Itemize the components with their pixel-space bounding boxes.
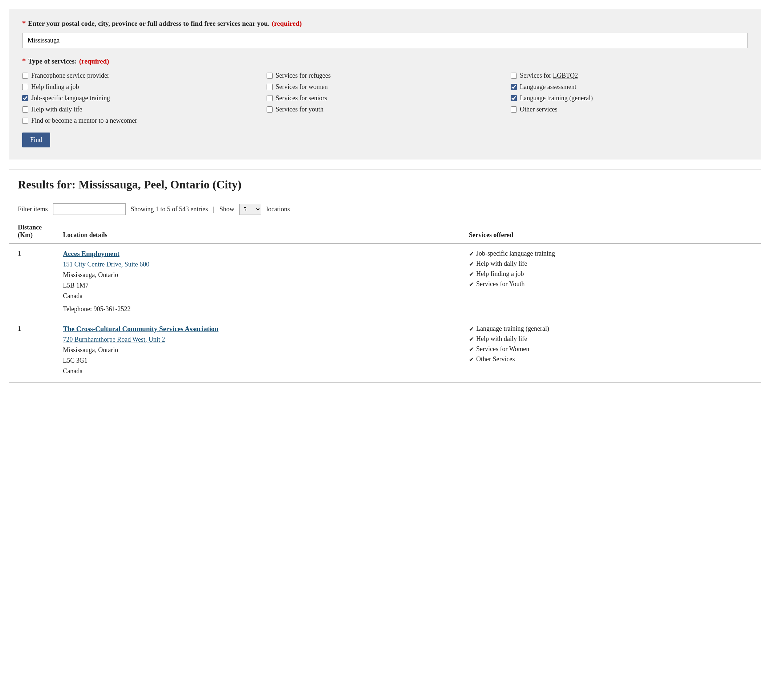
- service-label: Other Services: [476, 356, 514, 363]
- checkbox-cb_job_lang[interactable]: [22, 95, 28, 101]
- service-item: ✔Other Services: [469, 356, 752, 364]
- checkmark-icon: ✔: [469, 260, 474, 268]
- cell-location-0: Acces Employment151 City Centre Drive, S…: [54, 244, 460, 319]
- locations-label: locations: [266, 205, 290, 213]
- checkbox-label-cb_francophone: Francophone service provider: [31, 72, 109, 79]
- checkbox-item-cb_refugees[interactable]: Services for refugees: [267, 72, 504, 79]
- checkbox-label-cb_seniors: Services for seniors: [276, 94, 327, 102]
- find-button[interactable]: Find: [22, 133, 50, 147]
- checkbox-item-cb_francophone[interactable]: Francophone service provider: [22, 72, 259, 79]
- checkbox-label-cb_lgbtq2: Services for LGBTQ2: [520, 72, 578, 79]
- checkbox-cb_mentor[interactable]: [22, 118, 28, 124]
- results-title: Results for: Mississauga, Peel, Ontario …: [9, 170, 761, 198]
- results-section: Results for: Mississauga, Peel, Ontario …: [9, 170, 761, 390]
- service-item: ✔Services for Youth: [469, 280, 752, 288]
- checkmark-icon: ✔: [469, 335, 474, 343]
- showing-text: Showing 1 to 5 of 543 entries: [131, 205, 208, 213]
- checkbox-cb_refugees[interactable]: [267, 73, 273, 79]
- checkbox-cb_lang_assessment[interactable]: [511, 84, 517, 90]
- checkbox-label-cb_refugees: Services for refugees: [276, 72, 331, 79]
- checkbox-label-cb_women: Services for women: [276, 83, 328, 91]
- checkbox-label-cb_lang_assessment: Language assessment: [520, 83, 576, 91]
- location-label-text: Enter your postal code, city, province o…: [28, 19, 270, 27]
- checkbox-cb_women[interactable]: [267, 84, 273, 90]
- checkbox-label-cb_other: Other services: [520, 106, 557, 113]
- col-header-location: Location details: [54, 220, 460, 244]
- checkmark-icon: ✔: [469, 270, 474, 278]
- checkbox-item-cb_youth[interactable]: Services for youth: [267, 106, 504, 113]
- service-label: Help with daily life: [476, 335, 527, 343]
- checkbox-label-cb_youth: Services for youth: [276, 106, 324, 113]
- location-city-0: Mississauga, OntarioL5B 1M7Canada: [63, 270, 451, 301]
- checkbox-cb_youth[interactable]: [267, 107, 273, 113]
- location-name-0[interactable]: Acces Employment: [63, 250, 120, 258]
- checkbox-item-cb_daily_life[interactable]: Help with daily life: [22, 106, 259, 113]
- checkbox-item-cb_help_job[interactable]: Help finding a job: [22, 83, 259, 91]
- service-item: ✔Services for Women: [469, 345, 752, 353]
- table-wrapper: Distance(Km) Location details Services o…: [9, 220, 761, 390]
- pipe-separator: |: [213, 205, 215, 213]
- col-header-distance: Distance(Km): [9, 220, 54, 244]
- service-item: ✔Help finding a job: [469, 270, 752, 278]
- results-table: Distance(Km) Location details Services o…: [9, 220, 761, 383]
- required-star-location: *: [22, 19, 26, 27]
- service-label: Help with daily life: [476, 260, 527, 268]
- checkbox-cb_help_job[interactable]: [22, 84, 28, 90]
- required-star-services: *: [22, 57, 26, 65]
- cell-location-1: The Cross-Cultural Community Services As…: [54, 319, 460, 382]
- checkbox-item-cb_job_lang[interactable]: Job-specific language training: [22, 94, 259, 102]
- checkmark-icon: ✔: [469, 281, 474, 288]
- checkbox-cb_francophone[interactable]: [22, 73, 28, 79]
- table-row: 1Acces Employment151 City Centre Drive, …: [9, 244, 761, 319]
- checkbox-item-cb_lgbtq2[interactable]: Services for LGBTQ2: [511, 72, 748, 79]
- service-item: ✔Language training (general): [469, 325, 752, 333]
- checkbox-item-cb_women[interactable]: Services for women: [267, 83, 504, 91]
- checkbox-item-cb_lang_assessment[interactable]: Language assessment: [511, 83, 748, 91]
- location-required-text: (required): [272, 19, 302, 27]
- cell-services-1: ✔Language training (general)✔Help with d…: [460, 319, 761, 382]
- service-item: ✔Help with daily life: [469, 260, 752, 268]
- filter-label: Filter items: [18, 205, 48, 213]
- location-input[interactable]: [22, 33, 748, 48]
- filter-row: Filter items Showing 1 to 5 of 543 entri…: [9, 198, 761, 220]
- services-label: * Type of services: (required): [22, 57, 748, 65]
- checkbox-cb_other[interactable]: [511, 107, 517, 113]
- cell-distance-1: 1: [9, 319, 54, 382]
- filter-input[interactable]: [53, 203, 126, 215]
- col-header-services: Services offered: [460, 220, 761, 244]
- service-label: Language training (general): [476, 325, 549, 333]
- checkbox-cb_seniors[interactable]: [267, 95, 273, 101]
- location-address-1[interactable]: 720 Burnhamthorpe Road West, Unit 2: [63, 336, 165, 343]
- cell-services-0: ✔Job-specific language training✔Help wit…: [460, 244, 761, 319]
- show-select[interactable]: 5102550100: [239, 204, 261, 215]
- checkbox-label-cb_mentor: Find or become a mentor to a newcomer: [31, 117, 137, 124]
- checkmark-icon: ✔: [469, 346, 474, 353]
- services-required-text: (required): [79, 57, 109, 65]
- checkbox-item-cb_other[interactable]: Other services: [511, 106, 748, 113]
- service-item: ✔Help with daily life: [469, 335, 752, 343]
- location-address-0[interactable]: 151 City Centre Drive, Suite 600: [63, 261, 149, 268]
- checkbox-item-cb_mentor[interactable]: Find or become a mentor to a newcomer: [22, 117, 259, 124]
- checkbox-cb_lgbtq2[interactable]: [511, 73, 517, 79]
- cell-distance-0: 1: [9, 244, 54, 319]
- checkbox-label-cb_daily_life: Help with daily life: [31, 106, 82, 113]
- checkbox-cb_lang_general[interactable]: [511, 95, 517, 101]
- results-tbody: 1Acces Employment151 City Centre Drive, …: [9, 244, 761, 382]
- service-label: Services for Women: [476, 345, 529, 353]
- checkmark-icon: ✔: [469, 356, 474, 364]
- checkbox-label-cb_help_job: Help finding a job: [31, 83, 79, 91]
- table-header-row: Distance(Km) Location details Services o…: [9, 220, 761, 244]
- show-label: Show: [219, 205, 234, 213]
- location-name-1[interactable]: The Cross-Cultural Community Services As…: [63, 325, 218, 333]
- checkbox-item-cb_seniors[interactable]: Services for seniors: [267, 94, 504, 102]
- service-label: Job-specific language training: [476, 250, 555, 257]
- location-label: * Enter your postal code, city, province…: [22, 19, 748, 27]
- checkbox-item-cb_lang_general[interactable]: Language training (general): [511, 94, 748, 102]
- location-city-1: Mississauga, OntarioL5C 3G1Canada: [63, 345, 451, 376]
- checkbox-label-cb_lang_general: Language training (general): [520, 94, 593, 102]
- checkbox-cb_daily_life[interactable]: [22, 107, 28, 113]
- checkboxes-grid: Francophone service providerHelp finding…: [22, 72, 748, 124]
- table-row: 1The Cross-Cultural Community Services A…: [9, 319, 761, 382]
- checkmark-icon: ✔: [469, 250, 474, 258]
- checkbox-label-cb_job_lang: Job-specific language training: [31, 94, 110, 102]
